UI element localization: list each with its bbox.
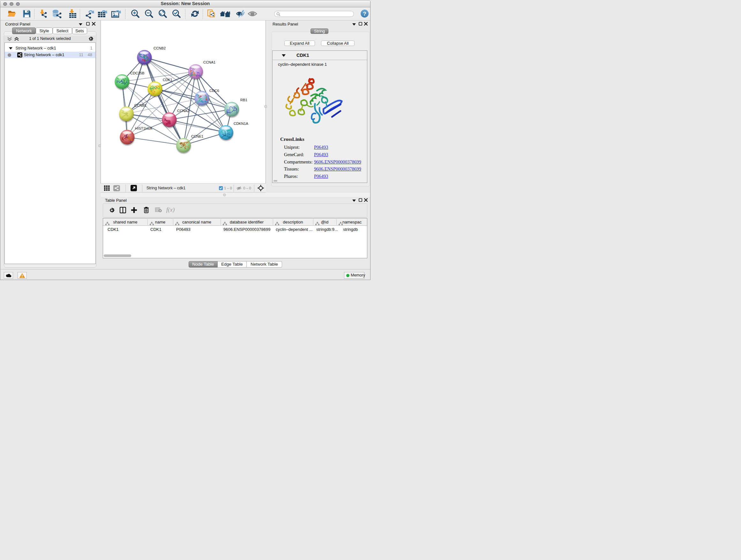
svg-text:RB1: RB1	[240, 98, 247, 102]
svg-text:CCNB1: CCNB1	[134, 104, 146, 107]
svg-text:CCNA2: CCNA2	[177, 109, 189, 113]
svg-text:HIST1H1A: HIST1H1A	[135, 126, 152, 130]
svg-text:CDC25B: CDC25B	[130, 71, 145, 75]
svg-text:CDC6: CDC6	[209, 89, 219, 92]
svg-text:CDKN1A: CDKN1A	[233, 122, 248, 125]
svg-text:CDK1: CDK1	[163, 78, 172, 82]
svg-text:CCNB2: CCNB2	[153, 46, 165, 50]
svg-text:CCNE1: CCNE1	[191, 134, 203, 138]
svg-text:?: ?	[363, 11, 366, 17]
svg-text:CCNA1: CCNA1	[203, 60, 215, 64]
